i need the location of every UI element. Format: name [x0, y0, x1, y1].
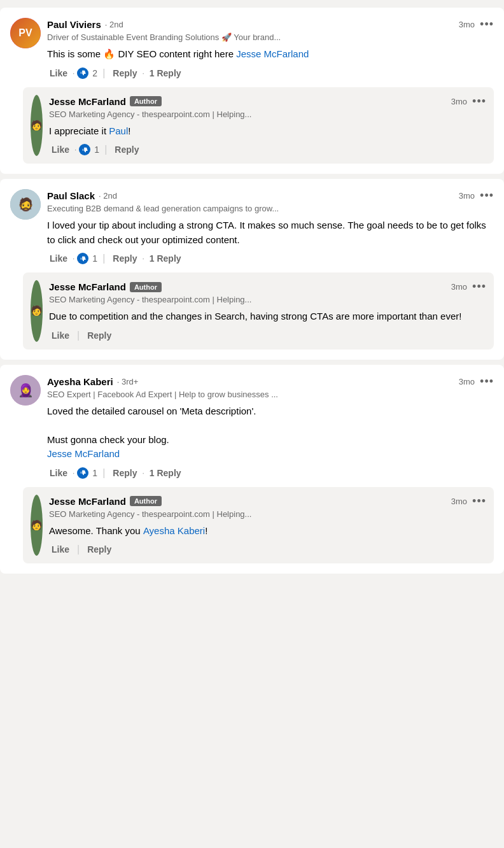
author-name[interactable]: Ayesha Kaberi: [47, 376, 113, 387]
comment-actions: Like | Reply: [49, 329, 486, 342]
timestamp: 3mo: [451, 282, 467, 292]
avatar: 🧑: [31, 280, 43, 342]
mention[interactable]: Jesse McFarland: [47, 448, 120, 459]
comment-actions: Like · 2 | Reply · 1 Reply: [47, 67, 494, 80]
comment-header-left: Ayesha Kaberi · 3rd+: [47, 376, 138, 387]
comment-body: Ayesha Kaberi · 3rd+ 3mo ••• SEO Expert …: [47, 375, 494, 479]
pipe-separator: |: [100, 467, 108, 479]
timestamp: 3mo: [459, 20, 475, 29]
timestamp: 3mo: [451, 497, 467, 506]
comment-meta-right: 3mo •••: [451, 280, 486, 293]
comment-actions: Like · 1 | Reply · 1 Reply: [47, 252, 494, 265]
reply-body: Jesse McFarland Author 3mo ••• SEO Marke…: [49, 495, 486, 556]
author-name[interactable]: Jesse McFarland: [49, 96, 126, 107]
pipe-separator: |: [102, 144, 109, 155]
comment-body: Paul Viviers · 2nd 3mo ••• Driver of Sus…: [47, 18, 494, 80]
connection-badge: · 3rd+: [117, 377, 139, 386]
mention[interactable]: Jesse McFarland: [236, 48, 309, 59]
like-count: 1: [94, 145, 99, 155]
more-options-button[interactable]: •••: [480, 375, 494, 388]
author-name[interactable]: Jesse McFarland: [49, 496, 126, 507]
comment-header: Jesse McFarland Author 3mo •••: [49, 280, 486, 293]
author-name[interactable]: Jesse McFarland: [49, 281, 126, 292]
more-options-button[interactable]: •••: [480, 189, 494, 202]
reply-item: 🧑 Jesse McFarland Author 3mo ••• SEO Mar…: [23, 87, 494, 164]
author-headline: SEO Marketing Agency - thespearpoint.com…: [49, 509, 486, 519]
author-badge: Author: [130, 96, 162, 106]
author-name[interactable]: Paul Viviers: [47, 19, 101, 30]
mention[interactable]: Ayesha Kaberi: [143, 525, 205, 536]
mention[interactable]: Paul: [109, 125, 128, 136]
reply-button[interactable]: Reply: [85, 543, 114, 556]
like-reaction-icon: [77, 467, 88, 479]
comment-header-left: Jesse McFarland Author: [49, 96, 162, 107]
dot-separator: ·: [142, 254, 144, 263]
more-options-button[interactable]: •••: [472, 280, 486, 293]
view-replies-button[interactable]: 1 Reply: [147, 467, 184, 479]
dot-separator: ·: [74, 145, 76, 154]
comment-header-left: Paul Slack · 2nd: [47, 190, 117, 201]
timestamp: 3mo: [451, 97, 467, 106]
pipe-separator: |: [100, 253, 108, 264]
like-button[interactable]: Like: [49, 329, 72, 342]
reply-button[interactable]: Reply: [110, 67, 139, 80]
comment-thread: PV Paul Viviers · 2nd 3mo ••• Driver of …: [0, 8, 504, 174]
author-name[interactable]: Paul Slack: [47, 190, 95, 201]
like-count: 1: [92, 468, 97, 478]
reply-button[interactable]: Reply: [112, 143, 141, 156]
comment-meta-right: 3mo •••: [459, 375, 494, 388]
author-headline: Driver of Sustainable Event Branding Sol…: [47, 32, 494, 42]
avatar: 🧔: [10, 189, 41, 220]
comment-header-left: Paul Viviers · 2nd: [47, 19, 123, 30]
comment-header-left: Jesse McFarland Author: [49, 281, 162, 292]
like-button[interactable]: Like: [47, 67, 70, 80]
more-options-button[interactable]: •••: [480, 18, 494, 31]
like-reaction-icon: [77, 67, 88, 79]
dot-separator: ·: [142, 69, 144, 78]
replies-container: 🧑 Jesse McFarland Author 3mo ••• SEO Mar…: [10, 272, 494, 350]
reply-button[interactable]: Reply: [110, 467, 139, 479]
dot-separator: ·: [73, 469, 74, 477]
reply-button[interactable]: Reply: [110, 252, 139, 265]
author-headline: SEO Marketing Agency - thespearpoint.com…: [49, 110, 486, 119]
pipe-separator: |: [74, 330, 82, 341]
reply-body: Jesse McFarland Author 3mo ••• SEO Marke…: [49, 280, 486, 342]
comment-thread: 🧔 Paul Slack · 2nd 3mo ••• Executing B2B…: [0, 179, 504, 360]
author-headline: SEO Marketing Agency - thespearpoint.com…: [49, 295, 486, 304]
timestamp: 3mo: [459, 191, 475, 201]
dot-separator: ·: [73, 69, 74, 78]
connection-badge: · 2nd: [105, 20, 123, 29]
comment-header: Jesse McFarland Author 3mo •••: [49, 95, 486, 108]
comment-main: 🧕 Ayesha Kaberi · 3rd+ 3mo ••• SEO Exper…: [10, 375, 494, 479]
comment-header-left: Jesse McFarland Author: [49, 496, 162, 507]
view-replies-button[interactable]: 1 Reply: [147, 67, 184, 80]
comment-main: 🧔 Paul Slack · 2nd 3mo ••• Executing B2B…: [10, 189, 494, 265]
pipe-separator: |: [100, 67, 108, 79]
comment-meta-right: 3mo •••: [451, 95, 486, 108]
more-options-button[interactable]: •••: [472, 495, 486, 508]
comment-text: Loved the detailed carousel on 'Meta des…: [47, 404, 494, 462]
comment-header: Paul Slack · 2nd 3mo •••: [47, 189, 494, 202]
comment-meta-right: 3mo •••: [459, 18, 494, 31]
more-options-button[interactable]: •••: [472, 95, 486, 108]
comment-header: Ayesha Kaberi · 3rd+ 3mo •••: [47, 375, 494, 388]
dot-separator: ·: [142, 469, 144, 477]
reply-item: 🧑 Jesse McFarland Author 3mo ••• SEO Mar…: [23, 272, 494, 350]
avatar: 🧑: [31, 495, 43, 556]
comment-header: Jesse McFarland Author 3mo •••: [49, 495, 486, 508]
comment-actions: Like · 1 | Reply · 1 Reply: [47, 467, 494, 479]
comment-meta-right: 3mo •••: [451, 495, 486, 508]
like-button[interactable]: Like: [47, 467, 70, 479]
like-button[interactable]: Like: [49, 543, 72, 556]
view-replies-button[interactable]: 1 Reply: [147, 252, 184, 265]
avatar: 🧕: [10, 375, 41, 406]
comment-header: Paul Viviers · 2nd 3mo •••: [47, 18, 494, 31]
comment-main: PV Paul Viviers · 2nd 3mo ••• Driver of …: [10, 18, 494, 80]
like-count: 2: [92, 68, 97, 78]
like-button[interactable]: Like: [47, 252, 70, 265]
reply-item: 🧑 Jesse McFarland Author 3mo ••• SEO Mar…: [23, 487, 494, 564]
like-count: 1: [92, 253, 97, 264]
reply-button[interactable]: Reply: [85, 329, 114, 342]
like-button[interactable]: Like: [49, 143, 72, 156]
comment-meta-right: 3mo •••: [459, 189, 494, 202]
